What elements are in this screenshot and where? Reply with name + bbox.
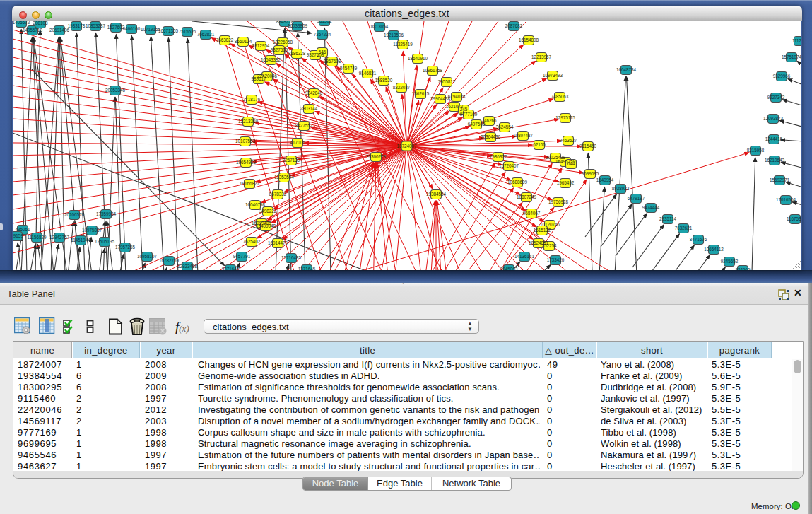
svg-text:19218506: 19218506 — [384, 33, 404, 37]
svg-text:16033809: 16033809 — [288, 23, 308, 28]
svg-text:9242848: 9242848 — [305, 90, 323, 95]
svg-text:7357224: 7357224 — [314, 32, 331, 37]
svg-text:245: 245 — [460, 107, 468, 112]
svg-text:15720407: 15720407 — [499, 163, 519, 168]
svg-text:2803144: 2803144 — [300, 106, 318, 111]
svg-text:6466160: 6466160 — [123, 26, 141, 31]
svg-text:16914479: 16914479 — [268, 240, 288, 245]
svg-text:9115460: 9115460 — [579, 144, 597, 148]
svg-text:9371648: 9371648 — [222, 267, 240, 270]
svg-text:14136141: 14136141 — [514, 254, 535, 259]
svg-text:39159: 39159 — [13, 233, 23, 238]
svg-text:12213967: 12213967 — [531, 54, 552, 59]
svg-text:6794028: 6794028 — [448, 94, 466, 99]
svg-text:9777169: 9777169 — [460, 112, 478, 117]
svg-text:981302: 981302 — [317, 21, 332, 23]
svg-text:8186328: 8186328 — [288, 51, 306, 56]
svg-text:10853287: 10853287 — [86, 23, 106, 28]
svg-text:12923468: 12923468 — [177, 264, 198, 269]
svg-text:8660124: 8660124 — [235, 39, 252, 44]
svg-text:12093873: 12093873 — [763, 116, 784, 121]
svg-text:19166827: 19166827 — [240, 181, 260, 186]
svg-text:1615132: 1615132 — [534, 228, 551, 233]
svg-text:8215958: 8215958 — [747, 148, 765, 153]
svg-text:17957255: 17957255 — [115, 245, 136, 250]
svg-text:16210643: 16210643 — [765, 158, 785, 163]
svg-text:8938923: 8938923 — [612, 186, 630, 191]
svg-text:12505135: 12505135 — [95, 239, 115, 244]
svg-text:10961758: 10961758 — [423, 68, 443, 73]
svg-text:7986372: 7986372 — [490, 154, 507, 159]
svg-text:8471676: 8471676 — [690, 237, 707, 242]
svg-text:2867608: 2867608 — [324, 59, 341, 64]
svg-text:10958107: 10958107 — [137, 254, 158, 259]
svg-text:2718176: 2718176 — [243, 97, 261, 102]
svg-text:208108: 208108 — [33, 21, 48, 25]
svg-text:18724007: 18724007 — [396, 144, 417, 148]
svg-text:9327505: 9327505 — [271, 47, 288, 52]
svg-text:11353594: 11353594 — [274, 175, 294, 180]
svg-text:546: 546 — [319, 49, 326, 54]
svg-text:1965492: 1965492 — [557, 180, 575, 185]
svg-text:19756928: 19756928 — [548, 199, 569, 204]
svg-text:7625402: 7625402 — [243, 239, 261, 244]
svg-text:3624554: 3624554 — [496, 124, 514, 129]
svg-text:8267130: 8267130 — [283, 158, 300, 163]
svg-text:644: 644 — [567, 161, 575, 166]
svg-text:9227342: 9227342 — [767, 95, 785, 100]
svg-text:62160: 62160 — [533, 142, 546, 147]
svg-text:8322037: 8322037 — [393, 85, 411, 90]
svg-text:12213369: 12213369 — [238, 119, 259, 124]
svg-text:14055718: 14055718 — [23, 28, 43, 33]
svg-text:16671355: 16671355 — [158, 28, 179, 33]
svg-text:1733426: 1733426 — [547, 257, 565, 262]
svg-text:7485063: 7485063 — [551, 94, 569, 99]
svg-text:435061: 435061 — [15, 227, 30, 232]
svg-text:9457791: 9457791 — [233, 254, 251, 259]
svg-text:3498222: 3498222 — [259, 209, 277, 214]
svg-text:417006: 417006 — [290, 140, 305, 145]
svg-text:1371645: 1371645 — [298, 267, 316, 270]
svg-text:12975115: 12975115 — [555, 115, 575, 120]
svg-text:11156829: 11156829 — [27, 235, 47, 240]
svg-text:111213: 111213 — [792, 38, 801, 43]
svg-text:9684067: 9684067 — [523, 211, 541, 216]
svg-text:6479197: 6479197 — [628, 196, 645, 201]
svg-text:16154808: 16154808 — [519, 37, 539, 42]
svg-text:989617: 989617 — [251, 76, 266, 81]
svg-text:15716485: 15716485 — [281, 255, 302, 260]
svg-text:18807249: 18807249 — [517, 194, 537, 199]
svg-text:10120746: 10120746 — [540, 222, 560, 227]
svg-text:20691406: 20691406 — [49, 28, 70, 33]
svg-text:7663821: 7663821 — [197, 32, 215, 37]
svg-text:7515526: 7515526 — [179, 29, 196, 34]
svg-text:1167533: 1167533 — [787, 216, 801, 221]
svg-text:20364436: 20364436 — [481, 134, 501, 139]
svg-text:9474444: 9474444 — [642, 205, 660, 210]
svg-text:11451944: 11451944 — [71, 238, 90, 243]
svg-text:2087682: 2087682 — [505, 23, 523, 28]
svg-text:10688609: 10688609 — [507, 180, 528, 185]
svg-text:12942757: 12942757 — [49, 235, 70, 240]
svg-text:8454749: 8454749 — [340, 66, 358, 71]
svg-text:19654923: 19654923 — [236, 160, 257, 165]
svg-text:20206576: 20206576 — [64, 212, 85, 217]
svg-text:9146821: 9146821 — [359, 71, 377, 76]
svg-text:19384554: 19384554 — [426, 192, 447, 197]
svg-text:1362615: 1362615 — [412, 91, 430, 96]
svg-text:7632621: 7632621 — [675, 226, 693, 230]
svg-text:1640954: 1640954 — [596, 177, 614, 182]
svg-text:10654112: 10654112 — [704, 247, 724, 252]
svg-text:2045063: 2045063 — [500, 267, 518, 270]
svg-text:16648784: 16648784 — [616, 67, 637, 72]
svg-text:924565: 924565 — [735, 267, 751, 270]
svg-text:2935114: 2935114 — [659, 216, 677, 221]
svg-text:10973493: 10973493 — [543, 73, 563, 78]
svg-text:13226058: 13226058 — [273, 40, 293, 45]
svg-text:7955812: 7955812 — [438, 79, 456, 84]
svg-text:10107553: 10107553 — [235, 139, 256, 144]
svg-text:8427552: 8427552 — [295, 123, 313, 128]
svg-text:6497568: 6497568 — [468, 122, 486, 127]
svg-text:16046798: 16046798 — [245, 202, 266, 207]
svg-text:7663822: 7663822 — [216, 37, 234, 42]
